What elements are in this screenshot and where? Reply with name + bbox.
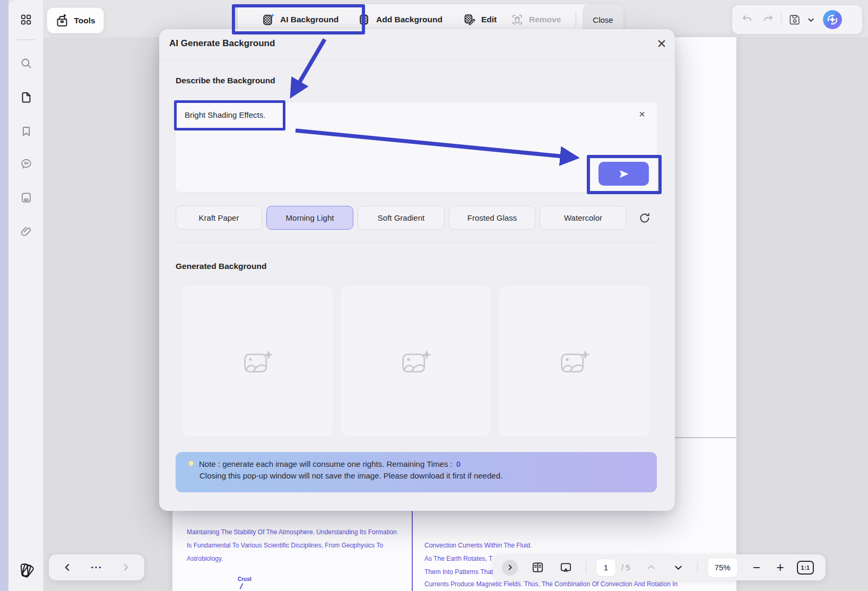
trash-icon [510,13,524,27]
undo-icon[interactable] [741,13,753,26]
top-right-panel [732,5,862,34]
redo-icon[interactable] [762,13,775,26]
zoom-out-icon[interactable]: − [753,561,761,574]
doc-column-border [412,505,413,591]
bookmark-icon[interactable] [19,124,33,138]
apps-grid-icon[interactable] [19,13,33,27]
prompt-textarea[interactable] [176,102,657,192]
preset-soft-gradient[interactable]: Soft Gradient [358,206,445,230]
chevron-down-icon[interactable] [807,16,815,24]
sidebar [8,0,44,591]
actual-size-button[interactable]: 1:1 [797,561,814,575]
comment-icon[interactable] [19,157,33,170]
toolbar-divider [576,13,576,27]
generated-background-label: Generated Background [176,262,266,271]
describe-background-label: Describe the Background [176,76,275,85]
back-chevron-icon[interactable] [63,563,72,572]
note-line2: Closing this pop-up window will not save… [199,471,646,480]
prompt-clear-icon[interactable]: × [635,107,649,121]
zoom-in-icon[interactable]: + [776,561,784,574]
search-icon[interactable] [19,56,33,70]
tools-button[interactable]: Tools [47,7,104,33]
doc-text-line: Maintaining The Stability Of The Atmosph… [187,528,397,536]
dialog-title: AI Generate Background [169,38,275,49]
checkered-sparkle-icon [261,13,275,27]
sidebar-divider [16,39,36,40]
color-swatches-logo-icon[interactable] [16,560,36,580]
image-sparkle-icon [557,346,592,376]
remaining-times-value: 0 [456,459,461,468]
export-doc-icon[interactable] [19,190,33,204]
forward-chevron-icon[interactable] [121,563,131,572]
preset-morning-light[interactable]: Morning Light [266,206,353,230]
refresh-presets-icon[interactable] [637,211,652,225]
more-options-icon[interactable]: ··· [91,562,102,573]
doc-text-line: Is Fundamental To Various Scientific Dis… [187,542,383,549]
page-thumbnails-icon[interactable] [19,90,33,104]
note-banner: Note : generate each image will consume … [176,452,657,492]
bulb-icon [187,460,195,468]
attachment-icon[interactable] [19,224,33,238]
bar-divider [586,562,586,573]
two-page-view-icon[interactable] [531,560,545,575]
doc-crust-label: Crust [238,576,251,582]
preset-watercolor[interactable]: Watercolor [540,206,627,230]
doc-text-line: Astrobiology. [187,555,223,562]
page-number-input[interactable]: 1 [596,559,616,577]
next-page-icon[interactable] [673,562,683,572]
toolbox-icon [55,14,69,28]
presentation-mode-icon[interactable] [559,560,573,575]
save-icon[interactable] [788,13,802,27]
dialog-close-icon[interactable]: × [652,33,672,54]
history-nav-pill: ··· [49,554,144,580]
previous-page-icon[interactable] [646,562,656,572]
bar-divider [697,562,698,573]
doc-text-line: Them Into Patterns That [424,568,493,576]
ai-background-label: AI Background [280,15,338,24]
ai-generate-background-dialog: AI Generate Background × Describe the Ba… [159,29,675,511]
send-icon [617,167,631,181]
preset-kraft-paper[interactable]: Kraft Paper [176,206,262,230]
generated-image-placeholder [183,285,333,436]
image-sparkle-icon [398,346,433,376]
generated-image-placeholder [499,285,649,436]
image-sparkle-icon [240,346,275,376]
generate-send-button[interactable] [598,162,649,186]
checkered-icon [358,13,371,27]
doc-text-line: Currents Produce Magnetic Fields. Thus, … [424,580,678,588]
preset-frosted-glass[interactable]: Frosted Glass [449,206,535,230]
checkered-pencil-icon [463,13,476,27]
ai-assistant-logo-icon[interactable] [822,10,843,30]
tools-label: Tools [74,16,95,25]
panel-divider [781,13,782,26]
window-edge-strip [0,0,8,591]
note-line1: Note : generate each image will consume … [199,459,453,468]
dialog-header-divider [159,59,675,60]
generated-image-placeholder [341,285,491,436]
zoom-level-button[interactable]: 75% [707,558,738,578]
add-background-label: Add Background [376,15,442,24]
doc-text-line: Convection Currents Within The Fluid. [424,542,532,549]
dialog-section-divider [176,242,657,243]
remove-label: Remove [529,15,561,24]
page-total-label: / 5 [621,563,630,572]
doc-text-line: As The Earth Rotates, T [424,555,492,562]
edit-label: Edit [481,15,497,24]
view-controls-bar: 1 / 5 75% − + 1:1 [493,554,826,580]
expand-bar-icon[interactable] [502,560,518,576]
